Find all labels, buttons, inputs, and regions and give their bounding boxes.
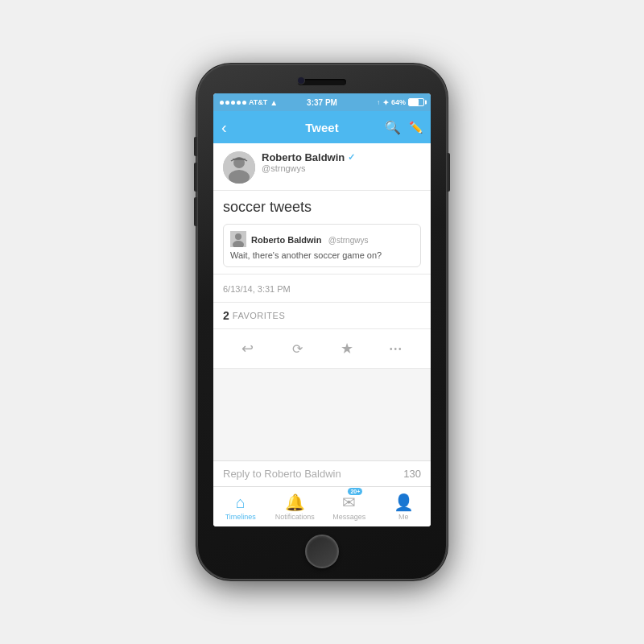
tweet-body: soccer tweets xyxy=(213,191,431,275)
messages-label: Messages xyxy=(332,513,365,521)
back-button[interactable]: ‹ xyxy=(221,118,227,137)
status-right: ↑ ✦ 64% xyxy=(377,98,424,107)
retweet-button[interactable]: ⟳ xyxy=(283,334,312,363)
bluetooth-icon: ✦ xyxy=(382,98,389,107)
quote-header: Roberto Baldwin @strngwys xyxy=(230,231,414,247)
timelines-icon: ⌂ xyxy=(236,493,246,512)
author-avatar xyxy=(223,151,255,184)
compose-button[interactable]: ✏️ xyxy=(409,121,423,134)
me-label: Me xyxy=(398,513,409,521)
status-bar: AT&T ▲ 3:37 PM ↑ ✦ 64% xyxy=(213,93,431,111)
carrier-label: AT&T xyxy=(249,98,267,106)
wifi-icon: ▲ xyxy=(270,98,278,107)
quote-author-handle: @strngwys xyxy=(328,236,369,245)
favorites-count: 2 xyxy=(223,309,229,322)
verified-badge: ✓ xyxy=(348,152,355,163)
volume-up-button[interactable] xyxy=(194,163,197,192)
reply-char-count: 130 xyxy=(403,468,421,480)
notifications-icon: 🔔 xyxy=(285,493,305,512)
tab-messages[interactable]: ✉ 20+ Messages xyxy=(325,493,374,521)
favorite-button[interactable]: ★ xyxy=(332,334,361,363)
svg-point-5 xyxy=(235,233,242,240)
retweet-icon: ⟳ xyxy=(292,341,303,357)
tweet-user-info: Roberto Baldwin ✓ @strngwys xyxy=(262,151,355,173)
status-time: 3:37 PM xyxy=(307,98,337,107)
timelines-label: Timelines xyxy=(225,513,256,521)
speaker xyxy=(298,79,346,85)
reply-input-area[interactable]: Reply to Roberto Baldwin 130 xyxy=(213,460,431,486)
status-left: AT&T ▲ xyxy=(220,98,278,107)
more-icon: ••• xyxy=(390,345,403,353)
mute-button[interactable] xyxy=(194,137,197,156)
notifications-label: Notifications xyxy=(275,513,315,521)
nav-title: Tweet xyxy=(305,121,338,134)
tab-bar: ⌂ Timelines 🔔 Notifications ✉ 20+ Messag… xyxy=(213,486,431,526)
reply-placeholder[interactable]: Reply to Roberto Baldwin xyxy=(223,468,341,480)
tab-me[interactable]: 👤 Me xyxy=(379,493,427,521)
battery-indicator xyxy=(408,98,424,106)
reply-section xyxy=(213,369,431,460)
screen: AT&T ▲ 3:37 PM ↑ ✦ 64% xyxy=(213,93,431,526)
power-button[interactable] xyxy=(447,153,450,192)
nav-right-buttons: 🔍 ✏️ xyxy=(385,120,423,135)
favorites-label: FAVORITES xyxy=(233,311,285,320)
tweet-main-text: soccer tweets xyxy=(223,199,421,216)
home-button[interactable] xyxy=(305,535,339,568)
battery-label: 64% xyxy=(391,98,406,106)
messages-icon: ✉ xyxy=(342,493,356,511)
action-bar: ↩ ⟳ ★ ••• xyxy=(213,329,431,369)
me-icon: 👤 xyxy=(394,493,414,512)
tab-notifications[interactable]: 🔔 Notifications xyxy=(270,493,319,521)
author-handle: @strngwys xyxy=(262,163,355,173)
messages-badge-wrapper: ✉ 20+ xyxy=(342,493,356,512)
tweet-meta: 6/13/14, 3:31 PM xyxy=(213,275,431,303)
star-icon: ★ xyxy=(341,340,353,357)
phone-frame: AT&T ▲ 3:37 PM ↑ ✦ 64% xyxy=(197,64,447,580)
navigation-bar: ‹ Tweet 🔍 ✏️ xyxy=(213,111,431,143)
camera xyxy=(298,77,304,84)
signal-dots xyxy=(220,101,246,105)
tweet-author-header: Roberto Baldwin ✓ @strngwys xyxy=(213,143,431,191)
reply-icon: ↩ xyxy=(242,340,254,357)
volume-down-button[interactable] xyxy=(194,197,197,226)
tweet-favorites: 2 FAVORITES xyxy=(213,303,431,329)
quote-avatar xyxy=(230,231,246,247)
quote-tweet[interactable]: Roberto Baldwin @strngwys Wait, there's … xyxy=(223,224,421,267)
tweet-content: Roberto Baldwin ✓ @strngwys soccer tweet… xyxy=(213,143,431,526)
arrow-up-icon: ↑ xyxy=(377,99,380,106)
messages-badge: 20+ xyxy=(348,488,362,495)
tab-timelines[interactable]: ⌂ Timelines xyxy=(217,493,265,521)
author-name: Roberto Baldwin ✓ xyxy=(262,151,355,163)
quote-author-name: Roberto Baldwin xyxy=(251,235,321,245)
quote-text: Wait, there's another soccer game on? xyxy=(230,250,414,260)
search-button[interactable]: 🔍 xyxy=(385,120,401,135)
tweet-date: 6/13/14, 3:31 PM xyxy=(223,284,291,294)
reply-button[interactable]: ↩ xyxy=(233,334,262,363)
more-button[interactable]: ••• xyxy=(382,334,411,363)
